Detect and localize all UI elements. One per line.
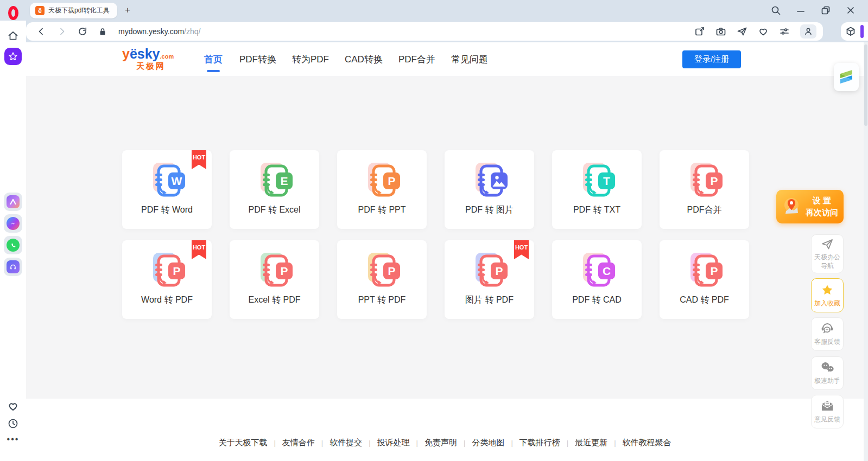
browser-sidebar: ••• xyxy=(0,21,26,461)
feedback-widget[interactable]: 意见反馈 xyxy=(811,395,844,428)
office-nav-label: 天极办公导航 xyxy=(814,253,840,270)
map-pin-icon xyxy=(782,197,801,216)
footer-link[interactable]: 软件提交 xyxy=(330,438,362,448)
headset-icon xyxy=(7,260,20,273)
svg-text:P: P xyxy=(388,175,395,187)
url-text[interactable]: mydown.yesky.com/zhq/ xyxy=(118,27,685,36)
footer-link[interactable]: 友情合作 xyxy=(282,438,315,448)
scrollbar-thumb[interactable] xyxy=(864,44,867,126)
nav-item[interactable]: PDF合并 xyxy=(398,53,435,66)
conversion-card-label: 图片 转 PDF xyxy=(465,294,514,306)
nav-item[interactable]: CAD转换 xyxy=(345,53,383,66)
svg-text:W: W xyxy=(171,175,182,187)
logo-text-com: .com xyxy=(160,53,174,60)
history-clock-icon[interactable] xyxy=(7,418,19,430)
conversion-card[interactable]: PDF 转 图片 xyxy=(445,150,534,229)
customer-service-widget[interactable]: 客服反馈 xyxy=(811,317,844,351)
nav-item[interactable]: PDF转换 xyxy=(239,53,276,66)
footer-link-item: 投诉处理| xyxy=(377,438,425,448)
speed-assistant-label: 极速助手 xyxy=(814,377,840,386)
bookmarks-heart-icon[interactable] xyxy=(7,400,19,412)
site-header: yësky.com 天极网 首页 PDF转换转为PDFCAD转换PDF合并常见问… xyxy=(26,42,864,76)
conversion-card[interactable]: C PDF 转 CAD xyxy=(552,240,642,319)
conversion-card[interactable]: HOT W PDF 转 Word xyxy=(122,150,212,229)
conversion-card[interactable]: HOT P Word 转 PDF xyxy=(122,240,212,319)
svg-text:P: P xyxy=(173,265,180,277)
conversion-card[interactable]: HOT P 图片 转 PDF xyxy=(445,240,534,319)
sidebar-panel-toggle[interactable] xyxy=(860,25,864,38)
bookmark-heart-icon[interactable] xyxy=(758,26,769,37)
footer-link[interactable]: 投诉处理 xyxy=(377,438,410,448)
aria-icon xyxy=(7,195,20,208)
footer-link[interactable]: 免责声明 xyxy=(425,438,457,448)
office-nav-widget[interactable]: 天极办公导航 xyxy=(811,234,844,273)
easy-setup-icon[interactable] xyxy=(779,26,790,37)
conversion-card[interactable]: P Excel 转 PDF xyxy=(230,240,319,319)
floating-s-logo[interactable] xyxy=(834,63,859,91)
footer-link-item: 免责声明| xyxy=(425,438,472,448)
whatsapp-app-chip[interactable] xyxy=(4,236,22,254)
hot-badge: HOT xyxy=(192,240,206,259)
aria-app-chip[interactable] xyxy=(4,193,22,211)
footer-link[interactable]: 分类地图 xyxy=(472,438,504,448)
pinboard-icon[interactable] xyxy=(694,26,705,37)
messenger-icon xyxy=(7,217,20,230)
yesky-logo[interactable]: yësky.com 天极网 xyxy=(122,47,174,70)
search-icon[interactable] xyxy=(770,5,781,16)
page-scrollbar[interactable] xyxy=(864,42,868,461)
extensions-cube-icon[interactable] xyxy=(845,26,856,37)
whatsapp-icon xyxy=(7,239,20,252)
pinboards-button[interactable] xyxy=(4,48,22,65)
nav-item[interactable]: 转为PDF xyxy=(292,53,329,66)
forward-icon[interactable] xyxy=(56,26,67,37)
reload-icon[interactable] xyxy=(77,26,88,37)
set-revisit-banner[interactable]: 设 置 再次访问 xyxy=(776,190,844,223)
conversion-card-label: PDF 转 TXT xyxy=(573,204,620,216)
footer-link[interactable]: 下载排行榜 xyxy=(519,438,560,448)
extensions-pill[interactable] xyxy=(841,22,868,41)
back-icon[interactable] xyxy=(36,26,47,37)
conversion-card[interactable]: P PDF 转 PPT xyxy=(337,150,427,229)
home-icon[interactable] xyxy=(7,30,19,42)
snapshot-camera-icon[interactable] xyxy=(715,26,726,37)
add-favorite-widget[interactable]: 加入收藏 xyxy=(811,278,844,312)
tab-title: 天极下载pdf转化工具 xyxy=(48,6,110,15)
login-register-button[interactable]: 登录/注册 xyxy=(682,50,741,68)
footer-link[interactable]: 软件教程聚合 xyxy=(623,438,671,448)
conversion-card[interactable]: P PPT 转 PDF xyxy=(337,240,427,319)
footer-separator: | xyxy=(274,439,275,447)
speed-assistant-widget[interactable]: 极速助手 xyxy=(811,356,844,390)
restore-icon[interactable] xyxy=(820,5,831,16)
browser-tab[interactable]: ë 天极下载pdf转化工具 xyxy=(30,3,117,18)
footer-separator: | xyxy=(614,439,616,447)
svg-text:T: T xyxy=(603,175,610,187)
new-tab-button[interactable]: + xyxy=(122,4,134,16)
messenger-app-chip[interactable] xyxy=(4,214,22,233)
svg-text:E: E xyxy=(280,175,288,187)
minimize-icon[interactable] xyxy=(795,5,806,16)
footer-link[interactable]: 关于天极下载 xyxy=(218,438,267,448)
conversion-card[interactable]: E PDF 转 Excel xyxy=(230,150,319,229)
footer-link-item: 最近更新| xyxy=(575,438,622,448)
conversion-card[interactable]: T PDF 转 TXT xyxy=(552,150,642,229)
svg-text:P: P xyxy=(388,265,395,277)
address-bar[interactable]: mydown.yesky.com/zhq/ xyxy=(26,22,823,41)
my-flow-icon[interactable] xyxy=(737,26,747,37)
conversion-card-label: PDF 转 Excel xyxy=(248,204,300,216)
player-app-chip[interactable] xyxy=(4,258,22,276)
opera-logo[interactable] xyxy=(8,6,18,20)
tab-favicon: ë xyxy=(35,6,45,15)
nav-item-home[interactable]: 首页 xyxy=(203,53,224,66)
conversion-icon xyxy=(469,158,510,200)
sidebar-more-icon[interactable]: ••• xyxy=(7,434,20,444)
footer-link[interactable]: 最近更新 xyxy=(575,438,607,448)
address-bar-actions xyxy=(694,24,816,39)
svg-text:P: P xyxy=(710,175,718,187)
close-icon[interactable] xyxy=(845,5,856,16)
profile-button[interactable] xyxy=(800,24,816,39)
footer-link-item: 分类地图| xyxy=(472,438,519,448)
url-path: /zhq/ xyxy=(184,27,200,36)
nav-item[interactable]: 常见问题 xyxy=(451,53,488,66)
conversion-card[interactable]: P CAD 转 PDF xyxy=(660,240,749,319)
conversion-card[interactable]: P PDF合并 xyxy=(660,150,749,229)
